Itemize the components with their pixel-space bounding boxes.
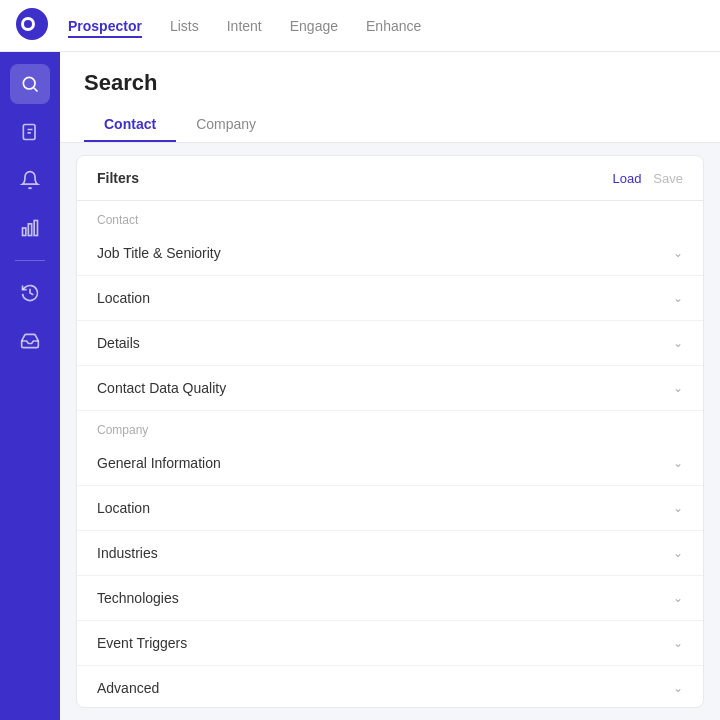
page-title: Search [84,70,696,96]
filter-contact-data-quality[interactable]: Contact Data Quality ⌄ [77,366,703,411]
nav-intent[interactable]: Intent [227,17,262,35]
svg-rect-6 [23,228,26,236]
nav-links: Prospector Lists Intent Engage Enhance [68,17,421,35]
filter-event-triggers[interactable]: Event Triggers ⌄ [77,621,703,666]
chevron-down-icon: ⌄ [673,456,683,470]
chevron-down-icon: ⌄ [673,381,683,395]
search-sidebar-icon[interactable] [10,64,50,104]
svg-line-4 [34,88,38,92]
filters-actions: Load Save [612,171,683,186]
nav-lists[interactable]: Lists [170,17,199,35]
tabs: Contact Company [84,108,696,142]
filter-technologies[interactable]: Technologies ⌄ [77,576,703,621]
svg-rect-7 [28,224,31,236]
filters-panel: Filters Load Save Contact Job Title & Se… [76,155,704,708]
chevron-down-icon: ⌄ [673,591,683,605]
tab-company[interactable]: Company [176,108,276,142]
chevron-down-icon: ⌄ [673,246,683,260]
inbox-sidebar-icon[interactable] [10,321,50,361]
chevron-down-icon: ⌄ [673,636,683,650]
nav-engage[interactable]: Engage [290,17,338,35]
contact-book-sidebar-icon[interactable] [10,112,50,152]
contact-section-label: Contact [77,201,703,231]
load-button[interactable]: Load [612,171,641,186]
bell-sidebar-icon[interactable] [10,160,50,200]
nav-enhance[interactable]: Enhance [366,17,421,35]
filters-header: Filters Load Save [77,156,703,201]
page-header: Search Contact Company [60,52,720,143]
sidebar [0,52,60,720]
chevron-down-icon: ⌄ [673,501,683,515]
filter-contact-location[interactable]: Location ⌄ [77,276,703,321]
save-button[interactable]: Save [653,171,683,186]
filter-job-title[interactable]: Job Title & Seniority ⌄ [77,231,703,276]
filter-details[interactable]: Details ⌄ [77,321,703,366]
filter-industries[interactable]: Industries ⌄ [77,531,703,576]
chevron-down-icon: ⌄ [673,291,683,305]
nav-prospector[interactable]: Prospector [68,17,142,35]
svg-rect-8 [34,221,37,236]
chevron-down-icon: ⌄ [673,681,683,695]
svg-point-2 [24,20,32,28]
chevron-down-icon: ⌄ [673,546,683,560]
company-section-label: Company [77,411,703,441]
svg-point-3 [23,77,35,89]
history-sidebar-icon[interactable] [10,273,50,313]
filter-advanced[interactable]: Advanced ⌄ [77,666,703,708]
top-nav: Prospector Lists Intent Engage Enhance [0,0,720,52]
filter-company-location[interactable]: Location ⌄ [77,486,703,531]
logo[interactable] [16,8,68,44]
sidebar-divider [15,260,45,261]
filter-general-information[interactable]: General Information ⌄ [77,441,703,486]
chart-sidebar-icon[interactable] [10,208,50,248]
content-area: Search Contact Company Filters Load Save… [60,52,720,720]
tab-contact[interactable]: Contact [84,108,176,142]
chevron-down-icon: ⌄ [673,336,683,350]
filters-label: Filters [97,170,139,186]
